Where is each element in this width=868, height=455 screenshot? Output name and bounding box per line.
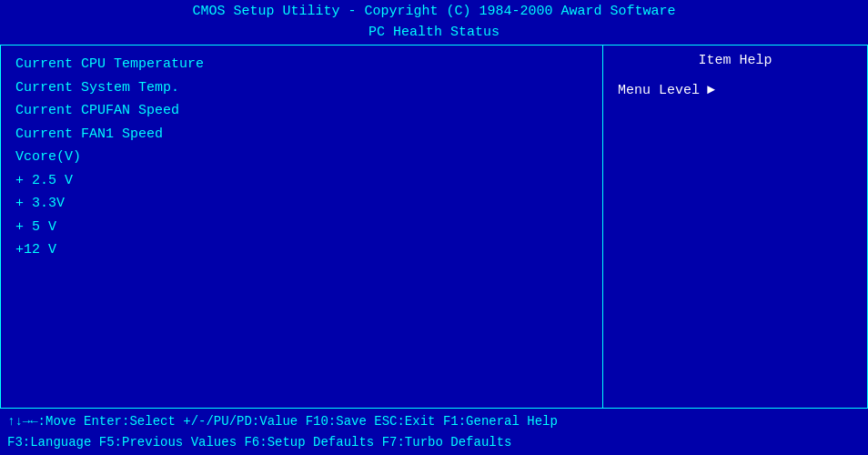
menu-item[interactable]: Current CPUFAN Speed: [15, 99, 588, 123]
right-panel: Item Help Menu Level ►: [603, 46, 867, 408]
left-panel: Current CPU TemperatureCurrent System Te…: [1, 46, 603, 408]
menu-item[interactable]: Current CPU Temperature: [15, 53, 588, 76]
main-area: Current CPU TemperatureCurrent System Te…: [0, 46, 868, 408]
title-bar: CMOS Setup Utility - Copyright (C) 1984-…: [0, 0, 868, 46]
menu-item[interactable]: + 3.3V: [15, 192, 588, 216]
footer-line2: F3:Language F5:Previous Values F6:Setup …: [7, 432, 861, 452]
menu-item[interactable]: + 5 V: [15, 216, 588, 239]
menu-item[interactable]: + 2.5 V: [15, 169, 588, 193]
menu-level-arrow: ►: [707, 83, 715, 98]
menu-item[interactable]: +12 V: [15, 238, 588, 262]
menu-level-label: Menu Level: [618, 83, 700, 98]
menu-item[interactable]: Current System Temp.: [15, 76, 588, 100]
menu-item[interactable]: Vcore(V): [15, 146, 588, 169]
footer-line1: ↑↓→←:Move Enter:Select +/-/PU/PD:Value F…: [7, 411, 861, 431]
footer: ↑↓→←:Move Enter:Select +/-/PU/PD:Value F…: [0, 408, 868, 455]
menu-level-row: Menu Level ►: [618, 83, 853, 98]
title-line2: PC Health Status: [0, 23, 868, 44]
item-help-title: Item Help: [618, 53, 853, 68]
menu-item[interactable]: Current FAN1 Speed: [15, 123, 588, 147]
title-line1: CMOS Setup Utility - Copyright (C) 1984-…: [0, 2, 868, 23]
app: CMOS Setup Utility - Copyright (C) 1984-…: [0, 0, 868, 455]
